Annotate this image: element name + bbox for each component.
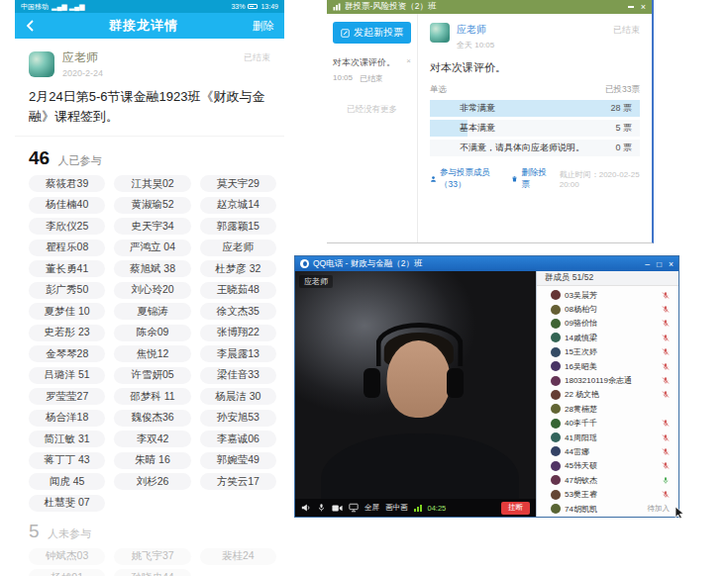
vote-option[interactable]: 基本满意 5 票 xyxy=(430,120,640,137)
vote-option-count: 5 票 xyxy=(615,122,632,135)
member-avatar xyxy=(551,390,561,400)
participant-tag: 刘杉26 xyxy=(114,473,190,490)
vote-titlebar: 群投票-风险投资（2）班 × xyxy=(327,0,652,14)
member-row[interactable]: 74胡凯凯 待加入 xyxy=(537,502,678,516)
vote-option[interactable]: 非常满意 28 票 xyxy=(430,100,640,117)
vote-list-item[interactable]: 对本次课评价。 × xyxy=(333,56,411,69)
mic-status-icon[interactable] xyxy=(662,291,670,300)
vote-item-meta: 10:05 已结束 xyxy=(333,73,411,84)
camera-icon[interactable] xyxy=(332,504,343,513)
member-row[interactable]: 53樊王睿 xyxy=(537,487,678,501)
member-name: 41周阳瑶 xyxy=(565,432,654,443)
absent-tag: 姚飞宇37 xyxy=(114,548,190,565)
mic-status-icon[interactable] xyxy=(662,390,670,399)
member-name: 09骆价怡 xyxy=(565,318,654,329)
absent-count: 5 xyxy=(29,521,40,541)
divider xyxy=(15,131,284,137)
minimize-icon[interactable] xyxy=(628,6,634,8)
mic-status-icon[interactable] xyxy=(662,319,670,328)
participant-tag: 李嘉诚06 xyxy=(200,431,276,447)
item-close-icon[interactable]: × xyxy=(406,56,411,69)
member-row[interactable]: 41周阳瑶 xyxy=(537,431,678,444)
back-icon[interactable] xyxy=(25,19,35,33)
delete-button[interactable]: 删除 xyxy=(253,19,274,34)
participant-tag: 孙安旭53 xyxy=(200,410,276,427)
mic-status-icon[interactable] xyxy=(662,490,670,499)
mic-status-icon[interactable] xyxy=(662,347,670,356)
member-row[interactable]: 47胡钦杰 xyxy=(537,473,678,487)
vote-members-link[interactable]: 参与投票成员（33） xyxy=(430,167,499,191)
fullscreen-button[interactable]: 全屏 xyxy=(364,503,379,513)
maximize-icon[interactable]: □ xyxy=(657,259,662,269)
participant-tag: 杨晨洁 30 xyxy=(200,388,276,405)
minimize-icon[interactable]: – xyxy=(645,259,650,269)
vote-option[interactable]: 不满意，请具体向应老师说明。 0 票 xyxy=(430,140,640,156)
close-icon[interactable]: × xyxy=(669,259,674,269)
member-name: 28黄楠楚 xyxy=(565,404,666,415)
member-avatar xyxy=(551,361,561,371)
signal-icon: ▂▄▆ ▂▄▆ xyxy=(52,3,84,11)
post: 应老师 2020-2-24 已结束 2月24日第5-6节课金融1923班《财政与… xyxy=(15,39,284,131)
vote-option-label: 基本满意 xyxy=(460,122,495,135)
person-icon xyxy=(430,174,437,184)
vote-author-avatar xyxy=(430,23,450,43)
member-row[interactable]: 14戚慎梁 xyxy=(537,331,678,344)
absent-count-row: 5 人未参与 xyxy=(15,512,284,544)
vote-delete-link[interactable]: 删除投票 xyxy=(511,167,547,191)
speaker-icon[interactable] xyxy=(301,503,311,513)
member-row[interactable]: 03吴晨芳 xyxy=(537,288,678,302)
new-vote-button[interactable]: 发起新投票 xyxy=(333,22,411,44)
mic-status-icon[interactable] xyxy=(662,376,670,385)
member-row[interactable]: 15王次婷 xyxy=(537,345,678,359)
member-row[interactable]: 16吴昭美 xyxy=(537,359,678,373)
participant-tag: 杜梦彦 32 xyxy=(200,260,276,277)
mic-status-icon[interactable] xyxy=(662,447,670,456)
participant-tag: 王晓茹48 xyxy=(200,282,276,299)
pending-label: 待加入 xyxy=(648,504,671,514)
mic-status-icon[interactable] xyxy=(662,476,670,485)
participant-tag: 邵梦科 11 xyxy=(114,388,190,405)
video-overlay-label: 应老师 xyxy=(299,275,333,288)
member-name: 16吴昭美 xyxy=(565,361,654,372)
member-row[interactable]: 09骆价怡 xyxy=(537,317,678,331)
member-avatar xyxy=(551,319,561,329)
hangup-button[interactable]: 挂断 xyxy=(501,502,530,515)
member-avatar xyxy=(551,432,561,442)
member-row[interactable]: 40李千千 xyxy=(537,417,678,431)
close-icon[interactable]: × xyxy=(641,3,646,12)
member-row[interactable]: 28黄楠楚 xyxy=(537,402,678,416)
member-name: 74胡凯凯 xyxy=(565,504,644,515)
mic-status-icon[interactable] xyxy=(662,305,670,314)
absent-tag: 孙晓冉44 xyxy=(114,569,190,576)
member-row[interactable]: 1803210119余志通 xyxy=(537,373,678,387)
participant-tag: 焦悦12 xyxy=(114,345,190,362)
participant-tag: 杨佳楠40 xyxy=(29,197,105,214)
mic-status-icon[interactable] xyxy=(662,433,670,442)
mic-status-icon[interactable] xyxy=(662,461,670,470)
member-row[interactable]: 44雷娜 xyxy=(537,444,678,458)
member-row[interactable]: 45韩天硕 xyxy=(537,459,678,473)
screen-share-icon[interactable] xyxy=(349,503,359,513)
participant-tag: 杜慧斐 07 xyxy=(29,495,105,512)
member-avatar xyxy=(551,461,561,471)
participant-tag: 彭广秀50 xyxy=(29,282,105,299)
participant-tag: 徐文杰35 xyxy=(200,303,276,320)
participant-tag: 蔡旭斌 38 xyxy=(114,260,190,277)
mic-toolbar-icon[interactable] xyxy=(317,503,326,513)
member-name: 1803210119余志通 xyxy=(565,375,654,386)
member-avatar xyxy=(551,333,561,342)
member-row[interactable]: 08杨柏匀 xyxy=(537,302,678,316)
mic-status-icon[interactable] xyxy=(662,334,670,342)
pip-button[interactable]: 画中画 xyxy=(385,503,408,513)
video-feed: 应老师 全屏 画中画 xyxy=(295,271,536,517)
member-avatar xyxy=(551,446,561,456)
member-name: 44雷娜 xyxy=(565,446,654,457)
member-name: 45韩天硕 xyxy=(565,460,654,471)
vote-time: 全天 10:05 xyxy=(457,40,494,50)
teacher-avatar xyxy=(29,51,54,77)
mic-status-icon[interactable] xyxy=(662,419,670,428)
mic-status-icon[interactable] xyxy=(662,362,670,371)
member-row[interactable]: 22 杨文艳 xyxy=(537,388,678,402)
member-avatar xyxy=(551,404,561,414)
participant-tag: 蒋丁丁 43 xyxy=(29,452,105,469)
